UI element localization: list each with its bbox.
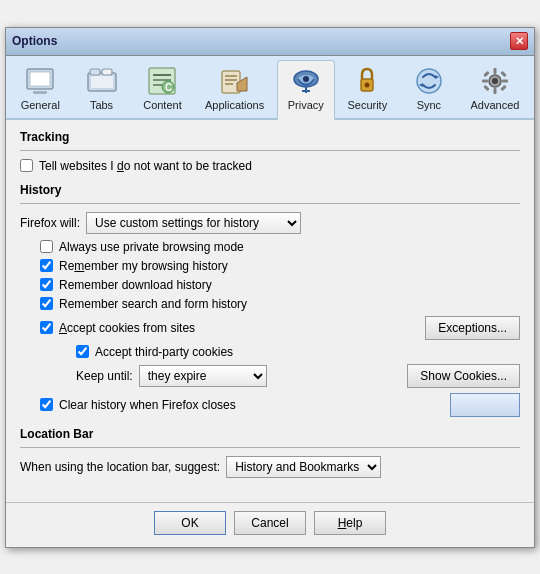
suggest-label: When using the location bar, suggest: xyxy=(20,460,220,474)
remember-download-label: Remember download history xyxy=(59,278,212,292)
general-icon xyxy=(24,65,56,97)
tabs-icon xyxy=(86,65,118,97)
clear-history-left: Clear history when Firefox closes xyxy=(40,398,236,412)
svg-rect-36 xyxy=(500,70,506,76)
history-section: History Firefox will: Use custom setting… xyxy=(20,183,520,417)
advanced-icon xyxy=(479,65,511,97)
exceptions-button[interactable]: Exceptions... xyxy=(425,316,520,340)
privacy-icon xyxy=(290,65,322,97)
remember-browsing-row: Remember my browsing history xyxy=(40,259,520,273)
keep-until-label: Keep until: xyxy=(76,369,133,383)
firefox-will-label: Firefox will: xyxy=(20,216,80,230)
clear-history-label: Clear history when Firefox closes xyxy=(59,398,236,412)
applications-icon xyxy=(219,65,251,97)
security-icon xyxy=(351,65,383,97)
tab-general[interactable]: General xyxy=(10,60,71,118)
svg-rect-35 xyxy=(483,70,489,76)
accept-third-party-row: Accept third-party cookies xyxy=(76,345,520,359)
remember-browsing-label: Remember my browsing history xyxy=(59,259,228,273)
tab-security-label: Security xyxy=(347,99,387,111)
svg-rect-37 xyxy=(483,84,489,90)
accept-cookies-checkbox[interactable] xyxy=(40,321,53,334)
tab-general-label: General xyxy=(21,99,60,111)
tab-tabs[interactable]: Tabs xyxy=(73,60,131,118)
firefox-will-row: Firefox will: Use custom settings for hi… xyxy=(20,212,520,234)
tracking-row: Tell websites I do not want to be tracke… xyxy=(20,159,520,173)
options-window: Options ✕ General xyxy=(5,27,535,548)
svg-rect-6 xyxy=(91,76,113,88)
svg-rect-16 xyxy=(225,83,233,85)
accept-cookies-row: Accept cookies from sites Exceptions... xyxy=(40,316,520,340)
svg-rect-2 xyxy=(33,91,47,94)
keep-until-row: Keep until: they expire I close Firefox … xyxy=(76,364,520,388)
sync-icon xyxy=(413,65,445,97)
do-not-track-checkbox[interactable] xyxy=(20,159,33,172)
ok-button[interactable]: OK xyxy=(154,511,226,535)
remember-search-row: Remember search and form history xyxy=(40,297,520,311)
tracking-section: Tracking Tell websites I do not want to … xyxy=(20,130,520,173)
svg-rect-5 xyxy=(102,69,112,75)
firefox-will-select[interactable]: Use custom settings for history Never re… xyxy=(86,212,301,234)
history-divider xyxy=(20,203,520,204)
help-button[interactable]: Help xyxy=(314,511,386,535)
svg-rect-4 xyxy=(90,69,100,75)
suggest-row: When using the location bar, suggest: Hi… xyxy=(20,456,520,478)
tab-sync[interactable]: Sync xyxy=(400,60,458,118)
titlebar: Options ✕ xyxy=(6,28,534,56)
svg-point-21 xyxy=(303,76,309,82)
keep-until-select[interactable]: they expire I close Firefox ask me every… xyxy=(139,365,267,387)
remember-search-checkbox[interactable] xyxy=(40,297,53,310)
location-bar-section: Location Bar When using the location bar… xyxy=(20,427,520,478)
svg-rect-14 xyxy=(225,75,237,77)
remember-download-checkbox[interactable] xyxy=(40,278,53,291)
svg-point-30 xyxy=(492,78,498,84)
clear-history-row: Clear history when Firefox closes xyxy=(40,393,520,417)
svg-point-26 xyxy=(417,69,441,93)
tab-content[interactable]: C Content xyxy=(133,60,193,118)
always-private-checkbox[interactable] xyxy=(40,240,53,253)
svg-rect-38 xyxy=(500,84,506,90)
tab-security[interactable]: Security xyxy=(337,60,398,118)
tracking-title: Tracking xyxy=(20,130,520,144)
tabs-bar: General Tabs xyxy=(6,56,534,120)
history-title: History xyxy=(20,183,520,197)
clear-history-checkbox[interactable] xyxy=(40,398,53,411)
content-area: Tracking Tell websites I do not want to … xyxy=(6,120,534,498)
tracking-divider xyxy=(20,150,520,151)
do-not-track-label: Tell websites I do not want to be tracke… xyxy=(39,159,252,173)
svg-rect-15 xyxy=(225,79,237,81)
svg-point-25 xyxy=(365,82,370,87)
remember-browsing-checkbox[interactable] xyxy=(40,259,53,272)
cancel-button[interactable]: Cancel xyxy=(234,511,306,535)
tab-advanced[interactable]: Advanced xyxy=(460,60,530,118)
settings-button[interactable] xyxy=(450,393,520,417)
close-button[interactable]: ✕ xyxy=(510,32,528,50)
location-bar-title: Location Bar xyxy=(20,427,520,441)
svg-text:C: C xyxy=(165,82,172,93)
suggest-select[interactable]: History and Bookmarks History Bookmarks … xyxy=(226,456,381,478)
svg-rect-34 xyxy=(502,79,508,82)
tab-advanced-label: Advanced xyxy=(470,99,519,111)
svg-rect-32 xyxy=(493,88,496,94)
tab-tabs-label: Tabs xyxy=(90,99,113,111)
bottom-buttons: OK Cancel Help xyxy=(6,502,534,547)
show-cookies-button[interactable]: Show Cookies... xyxy=(407,364,520,388)
location-bar-divider xyxy=(20,447,520,448)
keep-until-left: Keep until: they expire I close Firefox … xyxy=(76,365,267,387)
window-title: Options xyxy=(12,34,57,48)
svg-rect-1 xyxy=(30,72,50,86)
tab-privacy[interactable]: Privacy xyxy=(277,60,335,120)
accept-cookies-left: Accept cookies from sites xyxy=(40,321,195,335)
accept-third-party-label: Accept third-party cookies xyxy=(95,345,233,359)
svg-rect-31 xyxy=(493,68,496,74)
tab-privacy-label: Privacy xyxy=(288,99,324,111)
tab-applications-label: Applications xyxy=(205,99,264,111)
content-icon: C xyxy=(146,65,178,97)
accept-third-party-checkbox[interactable] xyxy=(76,345,89,358)
accept-cookies-label: Accept cookies from sites xyxy=(59,321,195,335)
tab-sync-label: Sync xyxy=(417,99,441,111)
always-private-row: Always use private browsing mode xyxy=(40,240,520,254)
remember-search-label: Remember search and form history xyxy=(59,297,247,311)
tab-applications[interactable]: Applications xyxy=(194,60,274,118)
remember-download-row: Remember download history xyxy=(40,278,520,292)
